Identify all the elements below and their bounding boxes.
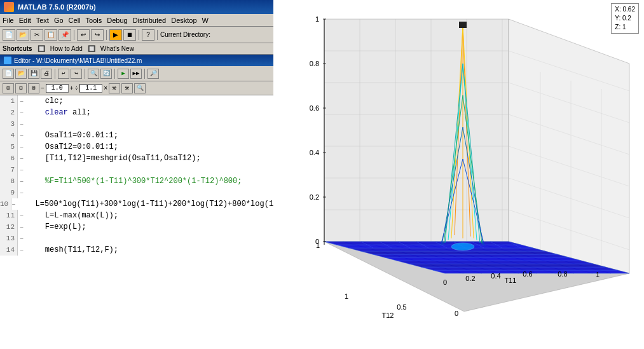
y-tick-1: 1 [315,15,319,23]
ed-open-btn[interactable]: 📂 [15,69,27,79]
y-tick-3: 0.6 [310,104,319,112]
t12-tick-1: 1 [345,292,348,300]
svg-marker-1 [324,19,509,242]
x-label: × [104,85,107,92]
ed-search2-btn[interactable]: 🔍 [134,83,146,93]
tooltip-y: Y: 0.2 [615,14,635,23]
peak-marker [459,22,467,28]
whats-new-link[interactable]: What's New [100,45,134,52]
shortcuts-label: Shortcuts [3,45,32,52]
svg-marker-2 [509,19,629,273]
y-tick-4: 0.4 [310,149,319,156]
t11-tick-06: 0.6 [523,270,532,278]
menu-file[interactable]: File [3,17,14,24]
corner-1: 1 [316,242,320,249]
stop-btn[interactable]: ⏹ [123,29,136,41]
plus-label: + [70,85,74,92]
cut-btn[interactable]: ✂ [31,29,43,41]
main-toolbar: 📄 📂 ✂ 📋 📌 ↩ ↪ ▶ ⏹ ? Current Directory: [0,27,273,43]
ed-new-btn[interactable]: 📄 [3,69,14,79]
t11-label: T11 [505,277,517,284]
shortcuts-bar: Shortcuts 🔲 How to Add 🔲 What's New [0,43,273,55]
how-to-add-icon: 🔲 [38,45,45,52]
code-line-11: 11 – L=L-max(max(L)); [0,210,273,221]
code-line-8: 8 – %F=T11^500*(1-T11)^300*T12^200*(1-T1… [0,175,273,187]
menu-cell[interactable]: Cell [69,17,81,24]
redo-btn[interactable]: ↪ [91,29,104,41]
new-btn[interactable]: 📄 [3,29,15,41]
ed-save-btn[interactable]: 💾 [28,69,39,79]
tooltip-x: X: 0.62 [615,5,635,14]
ed-cell-btn[interactable]: ⊞ [3,83,14,93]
ed-search-btn[interactable]: 🔍 [88,69,99,79]
ed-print-btn[interactable]: 🖨 [41,69,52,79]
sep4 [157,30,158,40]
code-line-1: 1 – clc; [0,95,273,107]
line-value1[interactable] [46,84,69,93]
code-line-10: 10 – L=500*log(T11)+300*log(1-T11)+200*l… [0,198,273,210]
y-tick-2: 0.8 [310,60,319,67]
ed-undo-btn[interactable]: ↩ [58,69,69,79]
ed-run2-btn[interactable]: ▶▶ [130,69,142,79]
ed-format-btn[interactable]: ※ [109,83,120,93]
code-line-12: 12 – F=exp(L); [0,221,273,233]
editor-icon [4,57,11,64]
svg-marker-57 [360,251,557,254]
editor-toolbar: 📄 📂 💾 🖨 ↩ ↪ 🔍 🔄 ▶ ▶▶ 🔎 [0,66,273,81]
t11-tick-08: 0.8 [558,270,567,278]
svg-marker-53 [409,264,605,267]
ed-sep3 [114,69,115,79]
ed-cell2-btn[interactable]: ⊟ [15,83,27,93]
code-line-2: 2 – clear all; [0,107,273,118]
svg-marker-54 [397,261,593,264]
how-to-add-link[interactable]: How to Add [50,45,83,52]
whats-new-icon: 🔲 [88,45,95,52]
ed-replace-btn[interactable]: 🔄 [100,69,112,79]
sep3 [139,30,139,40]
undo-btn[interactable]: ↩ [77,29,90,41]
run-btn[interactable]: ▶ [109,29,122,41]
t11-tick-0: 0 [443,278,447,286]
svg-marker-55 [385,257,581,261]
menu-tools[interactable]: Tools [86,17,102,24]
sep1 [74,30,74,40]
t12-tick-0: 0 [455,310,458,317]
menu-edit[interactable]: Edit [19,17,31,24]
tooltip-z: Z: 1 [615,23,635,32]
editor-path: Editor - W:\Dokumenty\MATLAB\Untitled22.… [14,57,142,64]
svg-marker-52 [421,267,617,270]
ed-sep1 [55,69,55,79]
paste-btn[interactable]: 📌 [58,29,71,41]
plot-area: Grid lines would be drawn here programma… [273,0,644,349]
menu-w[interactable]: W [202,17,209,24]
open-btn[interactable]: 📂 [17,29,29,41]
menu-text[interactable]: Text [36,17,49,24]
svg-marker-56 [373,254,569,257]
ed-redo-btn[interactable]: ↪ [71,69,82,79]
t11-tick-1: 1 [596,271,599,278]
svg-marker-58 [348,248,545,251]
ed-sep2 [85,69,85,79]
code-line-14: 14 – mesh(T11,T12,F); [0,244,273,256]
help-btn[interactable]: ? [142,29,154,41]
code-line-3: 3 – [0,118,273,130]
copy-btn[interactable]: 📋 [45,29,57,41]
menu-distributed[interactable]: Distributed [133,17,167,24]
ed-format2-btn[interactable]: ※ [121,83,133,93]
menu-desktop[interactable]: Desktop [171,17,196,24]
t11-tick-02: 0.2 [465,275,475,282]
editor-title-bar: Editor - W:\Dokumenty\MATLAB\Untitled22.… [0,55,273,66]
plot-svg: Grid lines would be drawn here programma… [273,0,644,349]
menu-bar: File Edit Text Go Cell Tools Debug Distr… [0,14,273,27]
line-value2[interactable] [79,84,102,93]
code-area[interactable]: 1 – clc; 2 – clear all; 3 – 4 – OsaT11=0… [0,95,273,349]
menu-debug[interactable]: Debug [107,17,127,24]
code-line-9: 9 – [0,187,273,198]
div-label: ÷ [75,85,79,92]
ed-cell3-btn[interactable]: ⊠ [28,83,39,93]
ed-run-btn[interactable]: ▶ [118,69,129,79]
ed-zoom-btn[interactable]: 🔎 [147,69,159,79]
title-text: MATLAB 7.5.0 (R2007b) [18,3,96,11]
ed-sep4 [144,69,145,79]
menu-go[interactable]: Go [54,17,64,24]
